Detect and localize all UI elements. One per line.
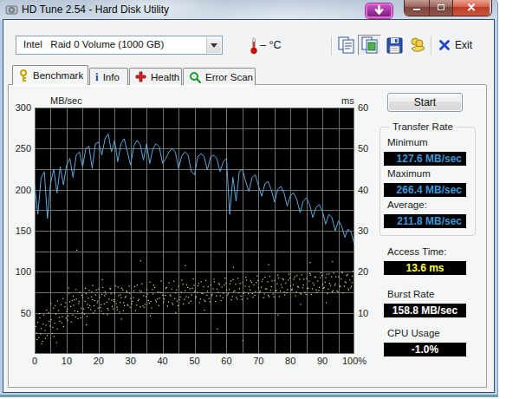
- close-icon: [453, 0, 490, 16]
- tab-error-scan[interactable]: Error Scan: [183, 68, 256, 85]
- minimize-icon: [413, 9, 420, 10]
- donate-button[interactable]: [406, 36, 428, 55]
- download-indicator-button[interactable]: [366, 3, 393, 18]
- copy-image-icon: [361, 36, 379, 54]
- access-time-value: 13.6 ms: [384, 261, 466, 275]
- maximize-icon: [438, 4, 444, 10]
- x-axis-tick: 60: [209, 356, 243, 366]
- tab-label: Error Scan: [205, 72, 253, 82]
- cpu-usage-label: CPU Usage: [387, 328, 440, 338]
- start-button[interactable]: Start: [387, 93, 463, 112]
- thermometer-icon: [250, 37, 258, 58]
- info-icon: i: [95, 70, 99, 84]
- minimize-button[interactable]: [405, 0, 430, 16]
- toolbar-separator: [331, 36, 333, 55]
- tab-info[interactable]: i Info: [89, 68, 128, 85]
- window-title: HD Tune 2.54 - Hard Disk Utility: [22, 3, 169, 16]
- copy-image-button[interactable]: [358, 35, 381, 56]
- maximize-button[interactable]: [430, 0, 453, 16]
- x-axis-tick: 90: [305, 356, 340, 366]
- x-axis-tick: 10: [49, 356, 84, 366]
- y-left-tick: 100: [0, 266, 31, 277]
- y-right-tick: 30: [358, 226, 368, 236]
- tab-label: Info: [103, 72, 120, 82]
- magnifier-icon: [189, 71, 201, 83]
- key-icon: [18, 69, 29, 82]
- y-left-tick: 250: [0, 143, 31, 154]
- x-axis-tick: 100%: [337, 356, 372, 366]
- tab-label: Benchmark: [33, 70, 83, 81]
- y-right-tick: 20: [358, 266, 368, 277]
- y-right-unit-label: ms: [341, 95, 354, 106]
- maximum-label: Maximum: [387, 168, 431, 179]
- x-axis-tick: 40: [146, 356, 180, 366]
- exit-button[interactable]: Exit: [438, 36, 492, 55]
- exit-x-icon: [438, 39, 451, 51]
- x-axis-tick: 0: [17, 356, 52, 366]
- x-axis-tick: 50: [178, 356, 212, 366]
- y-left-tick: 200: [0, 185, 31, 195]
- window-controls: [405, 0, 491, 16]
- burst-rate-label: Burst Rate: [387, 289, 434, 299]
- y-left-tick: 150: [0, 226, 31, 236]
- window-bottom-edge: [0, 395, 497, 396]
- temperature-display: – °C: [260, 39, 281, 51]
- x-axis-tick: 70: [241, 356, 276, 366]
- transfer-rate-group-label: Transfer Rate: [389, 121, 457, 132]
- average-value: 211.8 MB/sec: [384, 214, 466, 228]
- drive-select-value: Intel Raid 0 Volume (1000 GB): [23, 39, 164, 49]
- benchmark-chart: [35, 108, 354, 354]
- chevron-down-icon: [211, 43, 217, 48]
- save-icon: [386, 37, 403, 54]
- access-time-label: Access Time:: [387, 246, 446, 257]
- minimum-label: Minimum: [387, 137, 428, 147]
- tab-label: Health: [151, 72, 179, 82]
- maximum-value: 266.4 MB/sec: [384, 183, 466, 197]
- hand-coins-icon: [409, 36, 426, 54]
- app-icon: [5, 3, 18, 20]
- copy-text-icon: [338, 36, 355, 54]
- x-axis-tick: 20: [81, 356, 116, 366]
- minimum-value: 127.6 MB/sec: [384, 152, 466, 166]
- y-right-tick: 10: [358, 308, 368, 318]
- toolbar-separator: [431, 36, 432, 55]
- y-left-unit-label: MB/sec: [50, 95, 82, 106]
- close-button[interactable]: [453, 0, 490, 16]
- y-right-tick: 40: [358, 185, 368, 195]
- y-left-tick: 300: [0, 102, 31, 113]
- tab-health[interactable]: Health: [129, 68, 182, 85]
- dropdown-button[interactable]: [206, 37, 221, 53]
- y-right-tick: 50: [358, 143, 368, 154]
- save-button[interactable]: [384, 36, 405, 55]
- drive-select-dropdown[interactable]: Intel Raid 0 Volume (1000 GB): [16, 36, 223, 55]
- copy-text-button[interactable]: [335, 36, 357, 55]
- x-axis-tick: 80: [273, 356, 308, 366]
- y-left-tick: 50: [0, 308, 31, 318]
- x-axis-tick: 30: [114, 356, 148, 366]
- y-right-tick: 60: [358, 102, 368, 113]
- tab-benchmark[interactable]: Benchmark: [12, 65, 88, 85]
- exit-label: Exit: [455, 39, 472, 51]
- cpu-usage-value: -1.0%: [384, 343, 466, 356]
- burst-rate-value: 158.8 MB/sec: [384, 304, 466, 317]
- health-cross-icon: [135, 71, 146, 82]
- average-label: Average:: [387, 200, 427, 210]
